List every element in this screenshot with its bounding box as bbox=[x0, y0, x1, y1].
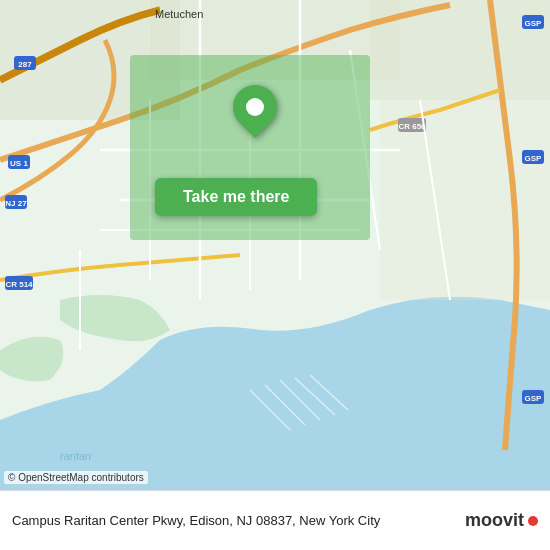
moovit-oovit: oovit bbox=[481, 510, 524, 530]
svg-text:raritan: raritan bbox=[60, 450, 91, 462]
location-label: Campus Raritan Center Pkwy, Edison, NJ 0… bbox=[12, 513, 380, 528]
moovit-dot bbox=[528, 516, 538, 526]
svg-text:GSP: GSP bbox=[525, 19, 543, 28]
svg-text:CR 656: CR 656 bbox=[398, 122, 426, 131]
attribution-text: © OpenStreetMap contributors bbox=[8, 472, 144, 483]
bottom-bar: Campus Raritan Center Pkwy, Edison, NJ 0… bbox=[0, 490, 550, 550]
svg-text:GSP: GSP bbox=[525, 394, 543, 403]
svg-text:CR 514: CR 514 bbox=[5, 280, 33, 289]
moovit-logo: moovit bbox=[465, 510, 538, 531]
svg-text:US 1: US 1 bbox=[10, 159, 28, 168]
svg-text:287: 287 bbox=[18, 60, 32, 69]
map-pin bbox=[233, 85, 277, 140]
svg-text:GSP: GSP bbox=[525, 154, 543, 163]
map-container: 287 US 1 NJ 27 CR 514 GSP GSP GSP CR 656 bbox=[0, 0, 550, 490]
moovit-brand-name: moovit bbox=[465, 510, 524, 531]
take-me-there-button[interactable]: Take me there bbox=[155, 178, 317, 216]
osm-attribution: © OpenStreetMap contributors bbox=[4, 471, 148, 484]
svg-rect-4 bbox=[380, 0, 550, 300]
svg-text:Metuchen: Metuchen bbox=[155, 8, 203, 20]
svg-text:NJ 27: NJ 27 bbox=[5, 199, 27, 208]
location-text: Campus Raritan Center Pkwy, Edison, NJ 0… bbox=[12, 513, 465, 528]
moovit-m: m bbox=[465, 510, 481, 530]
